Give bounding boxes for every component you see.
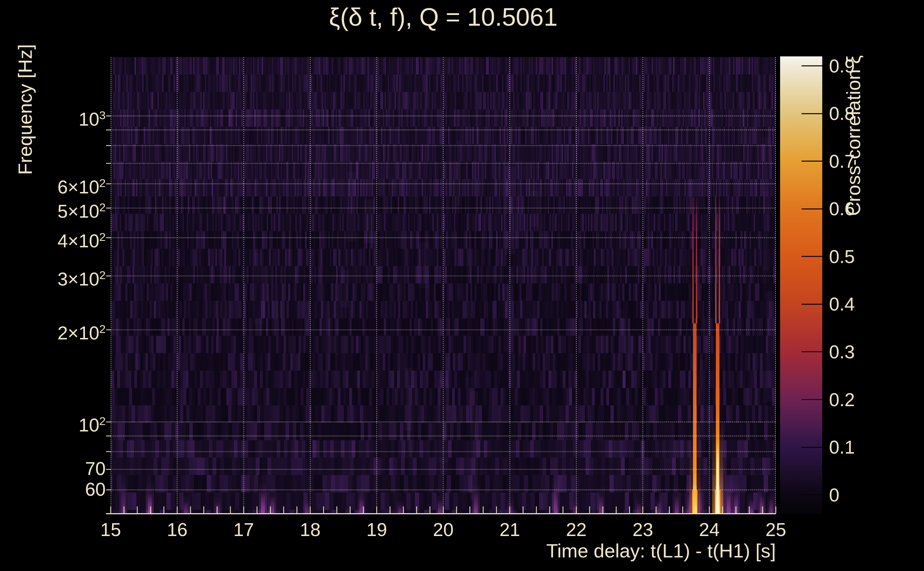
colorbar-tick-label: 0.1 [829, 436, 908, 458]
y-tick-label: 103 [14, 103, 106, 131]
chart-title: ξ(δ t, f), Q = 10.5061 [111, 2, 776, 32]
colorbar-tick-label: 0 [829, 483, 908, 506]
colorbar-tick-label: 0.2 [829, 388, 908, 411]
x-tick-label: 15 [82, 518, 139, 541]
y-tick-label: 5×102 [14, 196, 106, 223]
y-tick-label: 102 [14, 409, 106, 437]
colorbar [780, 56, 822, 514]
colorbar-tick-label: 0.5 [829, 245, 908, 268]
x-tick-label: 23 [614, 518, 671, 541]
colorbar-tick-label: 0.8 [829, 102, 908, 125]
colorbar-label: Cross-correlation ξ [843, 55, 864, 216]
y-tick-label: 3×102 [14, 263, 106, 291]
qscan-figure: ξ(δ t, f), Q = 10.5061 Frequency [Hz] Ti… [0, 0, 924, 571]
x-tick-label: 25 [747, 518, 804, 541]
x-tick-label: 16 [148, 518, 206, 541]
x-axis-label: Time delay: t(L1) - t(H1) [s] [546, 540, 776, 562]
x-tick-label: 17 [215, 518, 272, 541]
x-tick-label: 18 [282, 518, 339, 541]
y-tick-label: 2×102 [14, 317, 106, 345]
colorbar-tick-mark [802, 399, 822, 400]
colorbar-tick-mark [802, 304, 822, 305]
colorbar-tick-mark [802, 351, 822, 352]
colorbar-tick-label: 0.4 [829, 293, 908, 315]
colorbar-tick-mark [802, 256, 822, 257]
colorbar-tick-mark [802, 494, 822, 495]
colorbar-tick-mark [802, 65, 822, 66]
x-tick-label: 21 [481, 518, 538, 541]
colorbar-tick-label: 0.7 [829, 150, 908, 173]
y-tick-label: 70 [14, 457, 106, 480]
y-tick-label: 4×102 [14, 225, 106, 253]
colorbar-tick-mark [802, 113, 822, 114]
colorbar-tick-mark [802, 160, 822, 162]
colorbar-tick-label: 0.3 [829, 341, 908, 363]
y-tick-label: 6×102 [14, 171, 106, 199]
x-tick-label: 19 [348, 518, 405, 541]
colorbar-tick-label: 0.9 [829, 55, 908, 77]
colorbar-tick-label: 0.6 [829, 198, 908, 220]
x-tick-label: 24 [681, 518, 738, 541]
x-tick-label: 22 [548, 518, 605, 541]
x-tick-label: 20 [415, 518, 472, 541]
colorbar-tick-mark [802, 447, 822, 448]
y-tick-label: 60 [14, 477, 106, 501]
colorbar-tick-mark [802, 208, 822, 210]
